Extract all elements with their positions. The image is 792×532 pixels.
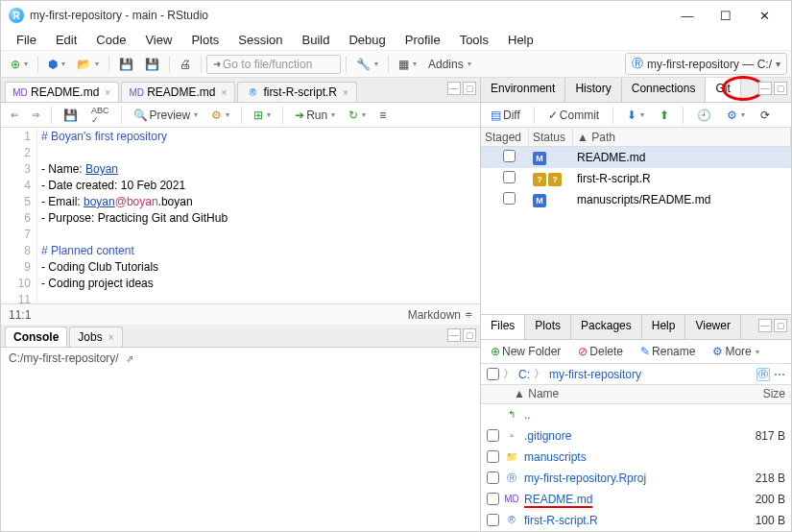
code-editor[interactable]: 1234567891011 # Boyan's first repository… <box>1 128 480 303</box>
maximize-pane-icon[interactable]: ▢ <box>774 319 787 332</box>
pull-button[interactable]: ⬇ <box>622 106 649 125</box>
files-toolbar: ⊕New Folder ⊘Delete ✎Rename ⚙More <box>481 340 791 365</box>
grid-button[interactable]: ▦ <box>394 55 421 74</box>
menu-debug[interactable]: Debug <box>339 31 395 49</box>
save-all-button[interactable]: 💾 <box>140 55 164 74</box>
file-checkbox[interactable] <box>487 514 499 526</box>
more-icon[interactable]: ⋯ <box>774 368 785 381</box>
file-row[interactable]: ▫.gitignore817 B <box>481 425 791 447</box>
tab-readme-1[interactable]: MDREADME.md× <box>5 82 119 102</box>
print-button[interactable]: 🖨 <box>175 55 196 74</box>
open-file-button[interactable]: 📂 <box>72 55 104 74</box>
minimize-pane-icon[interactable]: — <box>758 82 772 95</box>
tab-history[interactable]: History <box>565 78 621 102</box>
menu-code[interactable]: Code <box>86 31 135 49</box>
file-type-selector[interactable]: Markdown <box>408 308 461 322</box>
git-more-button[interactable]: ⚙ <box>722 106 750 125</box>
save-source-button[interactable]: 💾 <box>59 106 83 125</box>
new-folder-button[interactable]: ⊕New Folder <box>486 342 565 361</box>
tab-files[interactable]: Files <box>481 315 525 339</box>
tools-button[interactable]: 🔧 <box>351 55 383 74</box>
menu-view[interactable]: View <box>135 31 181 49</box>
back-button[interactable]: ⇐ <box>6 107 23 123</box>
knit-options-button[interactable]: ⚙ <box>206 106 234 125</box>
rename-button[interactable]: ✎Rename <box>636 342 700 361</box>
editor-toolbar: ⇐ ⇒ 💾 ABC✓ 🔍Preview ⚙ ⊞ ➔Run ↻ ≡ <box>1 103 480 128</box>
menu-session[interactable]: Session <box>228 31 292 49</box>
tab-environment[interactable]: Environment <box>481 78 565 102</box>
forward-button[interactable]: ⇒ <box>27 107 44 123</box>
editor-tabs: MDREADME.md× MDREADME.md× ®first-R-scrip… <box>1 78 480 103</box>
file-checkbox[interactable] <box>487 493 499 505</box>
addins-button[interactable]: Addins <box>423 55 476 74</box>
close-icon[interactable]: × <box>105 87 110 98</box>
tab-git[interactable]: Git <box>706 78 740 102</box>
refresh-button[interactable]: ⟳ <box>756 106 775 125</box>
goto-file-input[interactable]: ➜ Go to file/function <box>206 55 341 74</box>
save-button[interactable]: 💾 <box>114 55 138 74</box>
select-all-checkbox[interactable] <box>487 368 499 380</box>
minimize-button[interactable]: — <box>668 2 707 29</box>
minimize-pane-icon[interactable]: — <box>758 319 772 332</box>
cursor-position: 11:1 <box>9 308 31 322</box>
tab-jobs[interactable]: Jobs× <box>69 326 122 347</box>
chunk-button[interactable]: ⊞ <box>249 106 276 125</box>
new-project-button[interactable]: ⬢ <box>43 55 70 74</box>
stage-checkbox[interactable] <box>503 192 516 205</box>
maximize-pane-icon[interactable]: ▢ <box>463 328 476 342</box>
close-button[interactable]: ✕ <box>745 2 783 29</box>
menu-tools[interactable]: Tools <box>450 31 498 49</box>
menu-help[interactable]: Help <box>498 31 543 49</box>
file-row[interactable]: Ⓡmy-first-repository.Rproj218 B <box>481 468 791 489</box>
more-button[interactable]: ⚙More <box>708 342 763 361</box>
diff-button[interactable]: ▤Diff <box>486 106 525 125</box>
maximize-pane-icon[interactable]: ▢ <box>774 82 787 95</box>
breadcrumb[interactable]: 〉C:〉my-first-repository Ⓡ ⋯ <box>481 364 791 385</box>
console[interactable]: C:/my-first-repository/ ⇗ <box>1 348 480 531</box>
preview-button[interactable]: 🔍Preview <box>129 106 204 125</box>
tab-help[interactable]: Help <box>642 315 686 339</box>
delete-button[interactable]: ⊘Delete <box>573 342 628 361</box>
push-button[interactable]: ⬆ <box>655 106 674 125</box>
file-checkbox[interactable] <box>487 472 499 484</box>
minimize-pane-icon[interactable]: — <box>447 82 461 95</box>
tab-connections[interactable]: Connections <box>622 78 707 102</box>
git-row[interactable]: ?? first-R-script.R <box>481 168 791 189</box>
menu-plots[interactable]: Plots <box>181 31 228 49</box>
stage-checkbox[interactable] <box>503 171 516 183</box>
commit-button[interactable]: ✓Commit <box>543 106 604 125</box>
maximize-pane-icon[interactable]: ▢ <box>463 82 476 95</box>
new-file-button[interactable]: ⊕ <box>6 55 33 74</box>
close-icon[interactable]: × <box>222 87 228 98</box>
file-row[interactable]: 📁manuscripts <box>481 447 791 468</box>
menu-build[interactable]: Build <box>293 31 340 49</box>
menu-profile[interactable]: Profile <box>396 31 450 49</box>
maximize-button[interactable]: ☐ <box>707 2 745 29</box>
tab-readme-2[interactable]: MDREADME.md× <box>121 82 235 102</box>
tab-plots[interactable]: Plots <box>525 315 571 339</box>
menu-edit[interactable]: Edit <box>46 31 86 49</box>
file-row[interactable]: ®first-R-script.R100 B <box>481 510 791 531</box>
file-checkbox[interactable] <box>487 429 499 442</box>
git-columns: Staged Status ▲ Path <box>481 128 791 147</box>
file-row[interactable]: ↰.. <box>481 404 791 425</box>
tab-rscript[interactable]: ®first-R-script.R× <box>237 82 357 102</box>
project-button[interactable]: Ⓡmy-first-repository — C:/▾ <box>625 53 787 75</box>
stage-checkbox[interactable] <box>503 150 516 162</box>
outline-button[interactable]: ≡ <box>374 106 391 125</box>
close-icon[interactable]: × <box>343 87 348 98</box>
file-row[interactable]: MDREADME.md200 B <box>481 489 791 510</box>
git-row[interactable]: M manuscripts/README.md <box>481 189 791 210</box>
tab-console[interactable]: Console <box>5 326 67 347</box>
rerun-button[interactable]: ↻ <box>344 106 371 125</box>
menu-file[interactable]: File <box>7 31 46 49</box>
tab-viewer[interactable]: Viewer <box>685 315 740 339</box>
rproj-icon[interactable]: Ⓡ <box>756 368 770 381</box>
run-button[interactable]: ➔Run <box>290 106 340 125</box>
history-button[interactable]: 🕘 <box>692 106 716 125</box>
spellcheck-button[interactable]: ABC✓ <box>86 103 114 128</box>
git-row[interactable]: M README.md <box>481 147 791 168</box>
tab-packages[interactable]: Packages <box>571 315 642 339</box>
minimize-pane-icon[interactable]: — <box>447 328 461 342</box>
file-checkbox[interactable] <box>487 450 499 463</box>
